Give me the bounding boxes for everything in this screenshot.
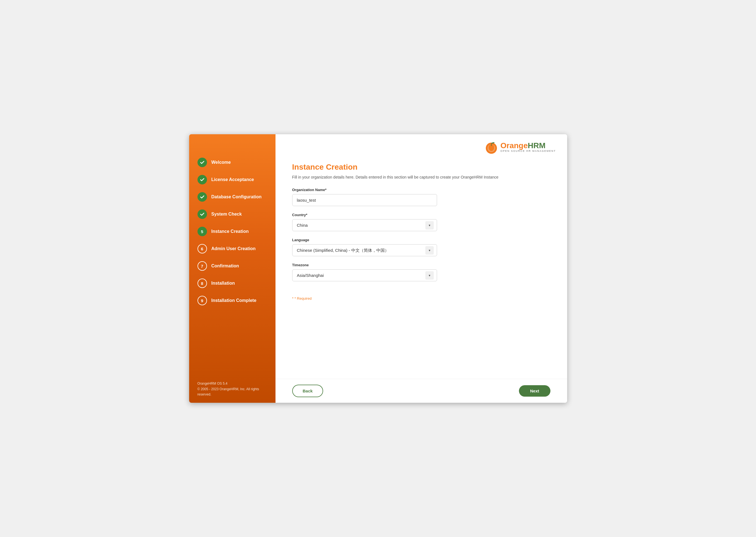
org-name-group: Organization Name* (292, 188, 437, 206)
language-select-wrapper: Chinese (Simplified, China) - 中文（简体，中国） … (292, 244, 437, 256)
header: OrangeHRM OPEN SOURCE HR MANAGEMENT (275, 134, 567, 154)
logo-name: OrangeHRM (500, 142, 556, 149)
step-circle-7: 7 (197, 261, 207, 271)
step-circle-9: 9 (197, 296, 207, 305)
org-name-label: Organization Name* (292, 188, 437, 192)
country-group: Country* China ▾ (292, 213, 437, 231)
language-group: Language Chinese (Simplified, China) - 中… (292, 238, 437, 256)
step-circle-8: 8 (197, 278, 207, 288)
timezone-label: Timezone (292, 263, 437, 267)
language-label: Language (292, 238, 437, 242)
sidebar-item-installation[interactable]: 8 Installation (189, 275, 275, 292)
logo-icon (484, 140, 499, 154)
footer-line1: OrangeHRM OS 5.4 (197, 381, 267, 386)
required-note-text: * Required (294, 296, 312, 301)
sidebar-item-installation-complete[interactable]: 9 Installation Complete (189, 292, 275, 309)
sidebar-item-welcome[interactable]: Welcome (189, 154, 275, 171)
footer-actions: Back Next (275, 379, 567, 403)
instance-creation-form: Organization Name* Country* China ▾ Lan (292, 188, 437, 288)
country-select[interactable]: China (292, 219, 437, 231)
timezone-select[interactable]: Asia/Shanghai (292, 269, 437, 281)
timezone-group: Timezone Asia/Shanghai ▾ (292, 263, 437, 281)
content-area: Instance Creation Fill in your organizat… (275, 154, 567, 379)
step-circle-2 (197, 175, 207, 185)
country-label: Country* (292, 213, 437, 217)
logo: OrangeHRM OPEN SOURCE HR MANAGEMENT (484, 140, 556, 154)
required-note: * * Required (292, 296, 550, 301)
step-label-6: Admin User Creation (211, 246, 256, 251)
step-label-5: Instance Creation (211, 229, 249, 234)
sidebar-item-admin-user[interactable]: 6 Admin User Creation (189, 240, 275, 257)
step-circle-6: 6 (197, 244, 207, 254)
footer-line2: © 2005 - 2023 OrangeHRM, Inc. All rights… (197, 387, 267, 397)
timezone-select-wrapper: Asia/Shanghai ▾ (292, 269, 437, 281)
logo-subtitle: OPEN SOURCE HR MANAGEMENT (500, 149, 556, 152)
sidebar: Welcome License Acceptance Database Conf… (189, 134, 275, 403)
step-label-8: Installation (211, 281, 235, 286)
org-name-input[interactable] (292, 194, 437, 206)
logo-green: HRM (528, 141, 546, 150)
sidebar-item-confirmation[interactable]: 7 Confirmation (189, 257, 275, 275)
step-label-9: Installation Complete (211, 298, 257, 303)
step-label-2: License Acceptance (211, 177, 254, 182)
language-select[interactable]: Chinese (Simplified, China) - 中文（简体，中国） (292, 244, 437, 256)
page-title: Instance Creation (292, 163, 550, 172)
step-circle-1 (197, 158, 207, 167)
sidebar-item-license[interactable]: License Acceptance (189, 171, 275, 188)
sidebar-item-system-check[interactable]: System Check (189, 206, 275, 223)
step-circle-3 (197, 192, 207, 202)
step-circle-5: 5 (197, 227, 207, 236)
required-asterisk: * (292, 296, 294, 301)
logo-orange: Orange (500, 141, 527, 150)
sidebar-item-instance-creation[interactable]: 5 Instance Creation (189, 223, 275, 240)
page-description: Fill in your organization details here. … (292, 175, 550, 179)
back-button[interactable]: Back (292, 385, 323, 397)
step-label-7: Confirmation (211, 264, 239, 268)
country-select-wrapper: China ▾ (292, 219, 437, 231)
sidebar-steps: Welcome License Acceptance Database Conf… (189, 143, 275, 375)
step-label-3: Database Configuration (211, 194, 262, 199)
sidebar-footer: OrangeHRM OS 5.4 © 2005 - 2023 OrangeHRM… (189, 375, 275, 403)
sidebar-item-database[interactable]: Database Configuration (189, 188, 275, 206)
main-content: OrangeHRM OPEN SOURCE HR MANAGEMENT Inst… (275, 134, 567, 403)
step-circle-4 (197, 209, 207, 219)
step-label-1: Welcome (211, 160, 231, 165)
next-button[interactable]: Next (519, 385, 550, 396)
logo-text: OrangeHRM OPEN SOURCE HR MANAGEMENT (500, 142, 556, 152)
step-label-4: System Check (211, 212, 242, 217)
